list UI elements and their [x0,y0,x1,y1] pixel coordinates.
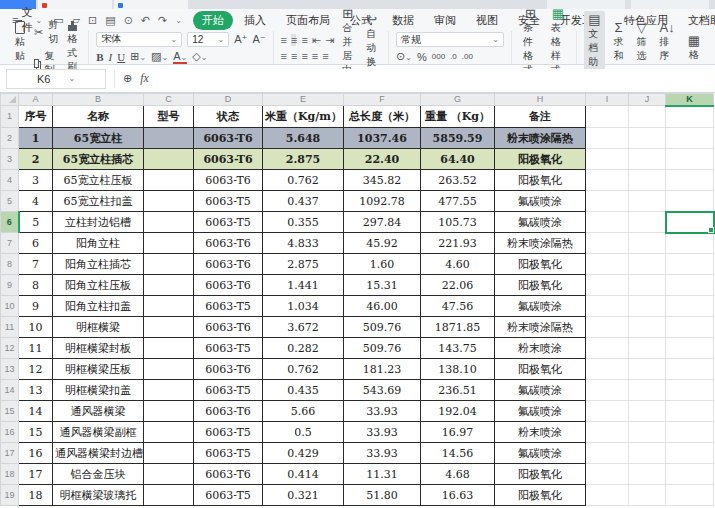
cell-d18[interactable]: 6063-T6 [194,464,263,485]
cell-i19[interactable] [586,485,629,506]
cell-k8[interactable] [666,254,714,275]
undo-icon[interactable]: ↶ [138,14,153,27]
cell-j1[interactable] [629,106,666,128]
cell-b6[interactable]: 立柱封边铝槽 [53,212,144,233]
header-cell-c1[interactable]: 型号 [144,106,194,128]
cell-a13[interactable]: 12 [19,359,53,380]
cell-j17[interactable] [629,443,666,464]
cell-c7[interactable] [144,233,194,254]
cell-i16[interactable] [586,422,629,443]
increase-decimal-icon[interactable]: .0 [450,52,457,61]
decrease-indent-icon[interactable]: ⇤ [312,34,320,47]
cell-g10[interactable]: 47.56 [421,296,495,317]
clear-format-icon[interactable]: ◇⌄ [192,50,207,63]
cell-k7[interactable] [666,233,714,254]
cell-e17[interactable]: 0.429 [263,443,344,464]
cell-k10[interactable] [666,296,714,317]
cell-e3[interactable]: 2.875 [263,149,344,170]
cell-e5[interactable]: 0.437 [263,191,344,212]
cell-k3[interactable] [666,149,714,170]
cell-e2[interactable]: 5.648 [263,128,344,149]
customize-chevron-icon[interactable]: ⌄ [172,16,185,25]
cell-f18[interactable]: 11.31 [344,464,421,485]
cell-a9[interactable]: 8 [19,275,53,296]
fill-color-icon[interactable]: ▨⌄ [151,50,168,63]
cell-b4[interactable]: 65宽立柱压板 [53,170,144,191]
align-right-icon[interactable]: ≡ [301,50,306,62]
cell-j8[interactable] [629,254,666,275]
cell-a7[interactable]: 6 [19,233,53,254]
cell-b16[interactable]: 通风器横梁副框 [53,422,144,443]
row-header-3[interactable]: 3 [1,149,19,170]
ribbon-tab-page-layout[interactable]: 页面布局 [277,11,339,30]
cell-j5[interactable] [629,191,666,212]
cell-c6[interactable] [144,212,194,233]
header-cell-b1[interactable]: 名称 [53,106,144,128]
cell-f12[interactable]: 509.76 [344,338,421,359]
cell-c17[interactable] [144,443,194,464]
ribbon-tab-insert[interactable]: 插入 [235,11,275,30]
cell-a14[interactable]: 13 [19,380,53,401]
cell-e16[interactable]: 0.5 [263,422,344,443]
row-header-13[interactable]: 13 [1,359,19,380]
selected-cell-k6[interactable] [666,212,714,233]
bold-button[interactable]: B [96,51,103,63]
row-header-4[interactable]: 4 [1,170,19,191]
row-header-9[interactable]: 9 [1,275,19,296]
cell-h18[interactable]: 阳极氧化 [495,464,586,485]
cell-i14[interactable] [586,380,629,401]
cell-c18[interactable] [144,464,194,485]
cell-i4[interactable] [586,170,629,191]
print-preview-icon[interactable]: ⊙ [121,14,136,27]
cell-i12[interactable] [586,338,629,359]
cell-c15[interactable] [144,401,194,422]
row-header-18[interactable]: 18 [1,464,19,485]
header-cell-f1[interactable]: 总长度（米） [344,106,421,128]
cell-g4[interactable]: 263.52 [421,170,495,191]
cell-d19[interactable]: 6063-T5 [194,485,263,506]
italic-button[interactable]: I [109,51,113,63]
cell-j2[interactable] [629,128,666,149]
column-header-b[interactable]: B [53,94,144,106]
cell-c4[interactable] [144,170,194,191]
column-header-g[interactable]: G [421,94,495,106]
cell-f8[interactable]: 1.60 [344,254,421,275]
align-center-icon[interactable]: ≡ [291,50,296,62]
cell-i1[interactable] [586,106,629,128]
cell-g3[interactable]: 64.40 [421,149,495,170]
cell-h15[interactable]: 氟碳喷涂 [495,401,586,422]
align-bottom-icon[interactable]: ≡ [301,34,306,46]
cell-k19[interactable] [666,485,714,506]
cell-j3[interactable] [629,149,666,170]
cell-f17[interactable]: 33.93 [344,443,421,464]
cell-g7[interactable]: 221.93 [421,233,495,254]
row-header-17[interactable]: 17 [1,443,19,464]
cell-c12[interactable] [144,338,194,359]
cell-f7[interactable]: 45.92 [344,233,421,254]
cell-a8[interactable]: 7 [19,254,53,275]
cell-k17[interactable] [666,443,714,464]
cell-f6[interactable]: 297.84 [344,212,421,233]
cell-j19[interactable] [629,485,666,506]
cell-f4[interactable]: 345.82 [344,170,421,191]
cell-e13[interactable]: 0.762 [263,359,344,380]
cell-a18[interactable]: 17 [19,464,53,485]
font-size-select[interactable]: 12⌄ [187,32,229,47]
cell-i9[interactable] [586,275,629,296]
decrease-decimal-icon[interactable]: .00 [462,52,473,61]
cell-d5[interactable]: 6063-T5 [194,191,263,212]
cell-f16[interactable]: 33.93 [344,422,421,443]
cell-g11[interactable]: 1871.85 [421,317,495,338]
paste-button[interactable]: 粘贴 ⌄ [11,19,29,76]
cell-h17[interactable]: 氟碳喷涂 [495,443,586,464]
cell-h19[interactable]: 阳极氧化 [495,485,586,506]
row-header-2[interactable]: 2 [1,128,19,149]
cell-j12[interactable] [629,338,666,359]
font-color-icon[interactable]: A⌄ [173,50,187,64]
document-tab-4[interactable] [631,0,709,9]
cell-f2[interactable]: 1037.46 [344,128,421,149]
cell-f9[interactable]: 15.31 [344,275,421,296]
insert-function-icon[interactable]: ⊕ [123,72,132,85]
cell-g13[interactable]: 138.10 [421,359,495,380]
cell-i5[interactable] [586,191,629,212]
